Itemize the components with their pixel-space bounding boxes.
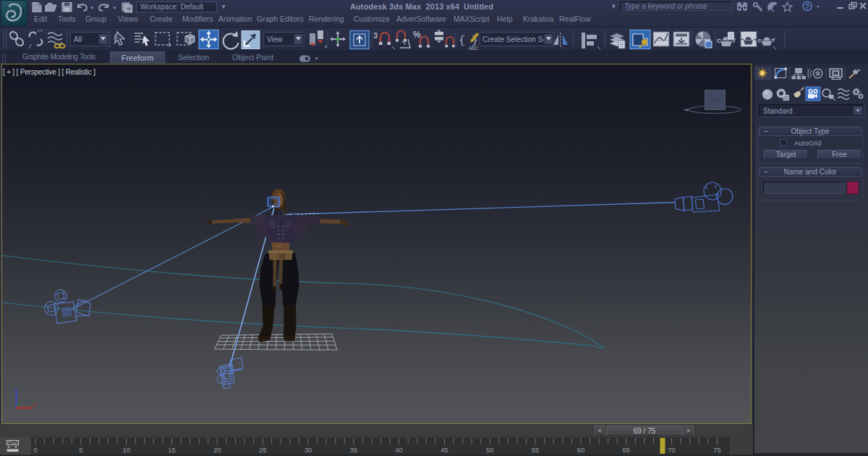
- svg-text:5: 5: [79, 446, 82, 454]
- svg-text:25: 25: [259, 446, 267, 454]
- svg-text:40: 40: [395, 446, 403, 454]
- svg-text:0: 0: [33, 446, 37, 454]
- svg-text:20: 20: [213, 446, 221, 454]
- svg-text:30: 30: [305, 446, 312, 454]
- svg-text:45: 45: [441, 446, 448, 454]
- svg-text:35: 35: [350, 446, 358, 454]
- svg-text:55: 55: [532, 446, 540, 454]
- svg-text:60: 60: [577, 446, 585, 454]
- svg-text:65: 65: [623, 446, 631, 454]
- svg-text:50: 50: [486, 446, 494, 454]
- svg-text:15: 15: [168, 446, 176, 454]
- svg-text:75: 75: [713, 446, 721, 454]
- svg-text:10: 10: [122, 446, 130, 454]
- svg-text:70: 70: [668, 446, 676, 454]
